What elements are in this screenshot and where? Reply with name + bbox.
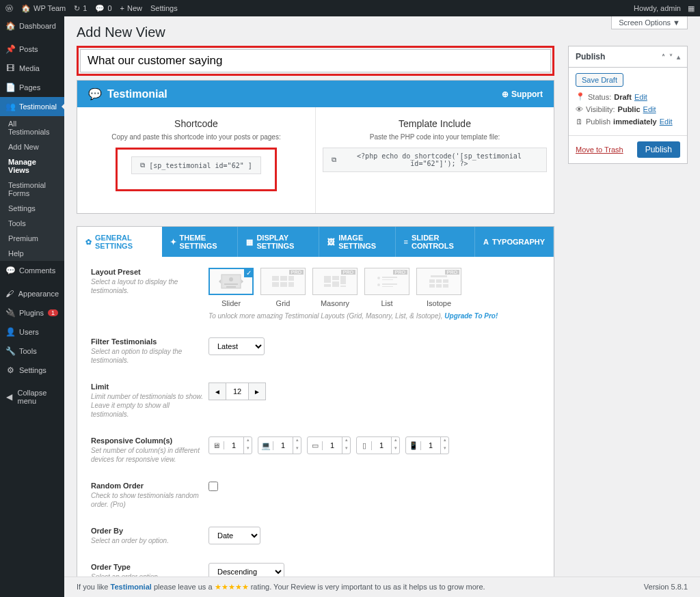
tab-slider[interactable]: ≡SLIDER CONTROLS [396, 227, 475, 257]
magic-icon: ✦ [170, 238, 176, 247]
filter-desc: Select an option to display the testimon… [91, 347, 208, 365]
stars-icon[interactable]: ★★★★★ [215, 583, 249, 591]
resp-tablet-l[interactable]: ▭▴▾ [307, 436, 351, 454]
menu-dashboard[interactable]: 🏠Dashboard [0, 16, 64, 36]
sub-help[interactable]: Help [0, 246, 64, 261]
updates-icon[interactable]: ↻ 1 [74, 4, 87, 13]
tab-theme[interactable]: ✦THEME SETTINGS [162, 227, 239, 257]
sub-all-testimonials[interactable]: All Testimonials [0, 116, 64, 139]
svg-rect-6 [288, 276, 294, 281]
save-draft-button[interactable]: Save Draft [576, 73, 623, 87]
avatar-icon[interactable]: ▦ [688, 4, 695, 13]
random-desc: Check to show testimonials random order.… [91, 491, 208, 509]
support-link[interactable]: ⊕Support [502, 89, 543, 99]
limit-decrease[interactable]: ◄ [208, 383, 226, 400]
site-name[interactable]: 🏠 WP Team [21, 4, 66, 13]
plugin-icon: 🔌 [5, 308, 15, 318]
image-icon: 🖼 [327, 238, 335, 246]
resp-label: Responsive Column(s) [91, 436, 208, 445]
menu-tools[interactable]: 🔧Tools [0, 342, 64, 361]
resp-tablet[interactable]: ▯▴▾ [356, 436, 400, 454]
shortcode-code[interactable]: ⧉[sp_testimonial id="62" ] [131, 156, 261, 174]
comments-icon[interactable]: 💬 0 [95, 4, 111, 13]
layout-list[interactable]: PROList [364, 268, 409, 308]
screen-options-toggle[interactable]: Screen Options ▼ [611, 16, 688, 29]
resp-desktop[interactable]: 🖥▴▾ [208, 436, 252, 454]
svg-rect-25 [443, 279, 448, 283]
publish-button[interactable]: Publish [637, 141, 680, 158]
svg-rect-15 [340, 286, 346, 287]
resp-desc: Set number of column(s) in different dev… [91, 446, 208, 464]
svg-rect-22 [431, 275, 447, 277]
menu-media[interactable]: 🎞Media [0, 59, 64, 78]
tablet-icon: ▯ [357, 441, 372, 450]
svg-rect-7 [272, 282, 279, 287]
edit-status-link[interactable]: Edit [634, 93, 647, 101]
menu-comments[interactable]: 💬Comments [0, 261, 64, 280]
panel-down-icon[interactable]: ˅ [669, 53, 673, 61]
menu-users[interactable]: 👤Users [0, 322, 64, 342]
publish-heading: Publish [576, 52, 605, 61]
panel-up-icon[interactable]: ˄ [662, 53, 665, 61]
edit-visibility-link[interactable]: Edit [643, 105, 656, 113]
sub-testimonial-forms[interactable]: Testimonial Forms [0, 178, 64, 201]
svg-rect-12 [340, 276, 346, 284]
sub-manage-views[interactable]: Manage Views [0, 154, 64, 178]
upgrade-link[interactable]: Upgrade To Pro! [444, 312, 498, 320]
tab-display[interactable]: ▦DISPLAY SETTINGS [238, 227, 319, 257]
menu-posts[interactable]: 📌Posts [0, 40, 64, 59]
sub-add-new[interactable]: Add New [0, 139, 64, 154]
limit-input[interactable] [226, 383, 248, 400]
settings-link[interactable]: Settings [150, 4, 178, 12]
svg-rect-9 [288, 282, 294, 287]
layout-grid[interactable]: PROGrid [260, 268, 306, 308]
tab-typography[interactable]: ATYPOGRAPHY [475, 227, 554, 257]
svg-rect-27 [436, 284, 442, 288]
view-title-input[interactable] [80, 49, 551, 72]
publish-box: Publish ˄˅▴ Save Draft 📍Status: Draft Ed… [568, 46, 688, 164]
gear-icon: ⚙ [5, 365, 15, 375]
random-checkbox[interactable] [208, 482, 218, 491]
sub-tools[interactable]: Tools [0, 216, 64, 231]
limit-increase[interactable]: ► [248, 383, 266, 400]
resp-laptop[interactable]: 💻▴▾ [258, 436, 301, 454]
menu-settings[interactable]: ⚙Settings [0, 361, 64, 380]
move-to-trash-link[interactable]: Move to Trash [576, 145, 623, 154]
layout-isotope[interactable]: PROIsotope [416, 268, 461, 308]
svg-point-1 [229, 277, 233, 281]
wp-logo-icon[interactable]: ⓦ [5, 3, 13, 14]
page-icon: 📄 [5, 83, 15, 92]
svg-rect-5 [280, 276, 287, 281]
menu-collapse[interactable]: ◀Collapse menu [0, 384, 64, 410]
sub-premium[interactable]: Premium [0, 231, 64, 246]
layout-slider[interactable]: Slider [208, 268, 254, 308]
tab-general[interactable]: ✿GENERAL SETTINGS [77, 227, 162, 257]
template-code[interactable]: ⧉<?php echo do_shortcode('[sp_testimonia… [323, 148, 547, 172]
brush-icon: 🖌 [5, 289, 14, 298]
tab-image[interactable]: 🖼IMAGE SETTINGS [319, 227, 395, 257]
svg-rect-21 [382, 286, 393, 287]
menu-pages[interactable]: 📄Pages [0, 78, 64, 97]
limit-spinner[interactable]: ◄ ► [208, 383, 266, 400]
layout-label: Layout Preset [91, 268, 208, 276]
howdy-user[interactable]: Howdy, admin [634, 4, 681, 13]
dashboard-icon: 🏠 [5, 21, 15, 31]
edit-schedule-link[interactable]: Edit [660, 117, 673, 126]
svg-rect-24 [436, 279, 442, 283]
orderby-select[interactable]: Date [208, 527, 260, 544]
panel-toggle-icon[interactable]: ▴ [677, 53, 680, 61]
menu-plugins[interactable]: 🔌Plugins 1 [0, 303, 64, 322]
user-icon: 👤 [5, 327, 15, 337]
random-label: Random Order [91, 482, 208, 490]
layout-masonry[interactable]: PROMasonry [312, 268, 358, 308]
svg-rect-8 [280, 282, 287, 287]
new-link[interactable]: + New [120, 4, 142, 12]
resp-mobile[interactable]: 📱▴▾ [405, 436, 449, 454]
desktop-icon: 🖥 [209, 441, 224, 449]
menu-appearance[interactable]: 🖌Appearance [0, 284, 64, 303]
svg-rect-28 [443, 284, 448, 288]
filter-select[interactable]: Latest [208, 337, 265, 355]
svg-rect-10 [324, 276, 331, 283]
sub-settings[interactable]: Settings [0, 201, 64, 216]
menu-testimonial[interactable]: 👥Testimonial [0, 97, 64, 116]
